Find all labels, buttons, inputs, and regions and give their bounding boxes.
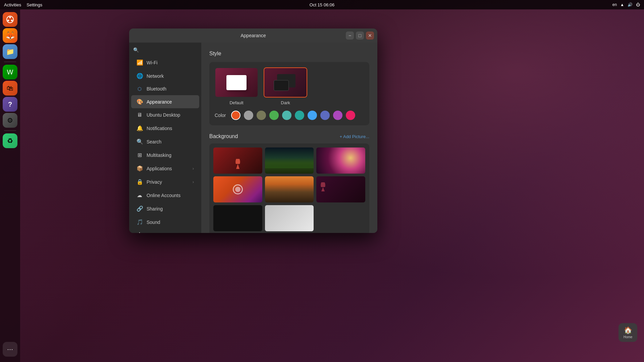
sidebar-item-notifications[interactable]: 🔔 Notifications	[131, 122, 199, 135]
dock-firefox-icon[interactable]: 🦊	[3, 28, 17, 43]
dock-apps-grid-button[interactable]: ⋯	[3, 342, 17, 357]
svg-point-2	[11, 20, 13, 21]
color-swatch-sage[interactable]	[269, 111, 279, 120]
wallpaper-light[interactable]	[265, 205, 314, 231]
sidebar-item-sharing[interactable]: 🔗 Sharing	[131, 202, 199, 215]
home-button[interactable]: 🏠 Home	[619, 323, 637, 342]
dark-preview-boxes	[274, 74, 297, 91]
dock-appstore-icon[interactable]: 🛍	[3, 81, 17, 96]
color-swatch-warm-gray[interactable]	[244, 111, 253, 120]
sidebar-item-bluetooth[interactable]: ⬡ Bluetooth	[131, 83, 199, 95]
wallpaper-deer[interactable]	[213, 147, 262, 174]
wallpaper-container	[209, 143, 369, 233]
sidebar-item-multitasking[interactable]: ⊞ Multitasking	[131, 148, 199, 162]
sidebar-item-search[interactable]: 🔍 Search	[131, 135, 199, 148]
window-titlebar: Appearance − □ ✕	[129, 28, 377, 43]
default-preview-bg	[215, 68, 258, 97]
sidebar-item-power[interactable]: ⏻ Power	[131, 229, 199, 233]
topbar-right: en ▲ 🔊 ⏻	[612, 2, 640, 7]
color-swatch-blue-dark[interactable]	[320, 111, 330, 120]
color-swatch-pink[interactable]	[346, 111, 355, 120]
topbar-network-icon: ▲	[620, 2, 624, 7]
window-body: 🔍 📶 Wi-Fi 🌐 Network ⬡ Bluetooth 🎨 Appear…	[129, 43, 377, 233]
dark-preview-bg	[264, 68, 307, 97]
default-style-label: Default	[229, 100, 243, 105]
dock-libreoffice-icon[interactable]: W	[3, 65, 17, 79]
color-swatch-viridian[interactable]	[295, 111, 304, 120]
sharing-icon: 🔗	[137, 205, 143, 212]
style-options: Default Dark	[215, 67, 364, 105]
style-preview-default	[215, 67, 258, 98]
sidebar-search-bar[interactable]: 🔍	[129, 45, 201, 55]
dock-ubuntu-icon[interactable]	[3, 12, 17, 27]
color-swatch-purple[interactable]	[333, 111, 342, 120]
close-button[interactable]: ✕	[366, 32, 374, 40]
topbar-sound-icon: 🔊	[628, 2, 633, 7]
color-swatch-orange[interactable]	[231, 111, 240, 120]
background-header: Background + Add Picture...	[209, 133, 369, 139]
dock-green-icon[interactable]: ♻	[3, 133, 17, 148]
wallpaper-road[interactable]	[265, 176, 314, 202]
bluetooth-icon: ⬡	[137, 86, 143, 92]
dock-settings-icon[interactable]: ⚙	[3, 113, 17, 128]
wallpaper-moon[interactable]	[316, 147, 365, 174]
sidebar-item-sound[interactable]: 🎵 Sound	[131, 216, 199, 229]
dock-files-icon[interactable]: 📁	[3, 44, 17, 59]
window-title: Appearance	[240, 33, 266, 38]
style-preview-dark	[264, 67, 307, 98]
sidebar-sound-label: Sound	[147, 220, 160, 225]
topbar-lang: en	[612, 2, 617, 7]
activities-button[interactable]: Activities	[4, 2, 21, 7]
color-swatch-olive[interactable]	[282, 111, 291, 120]
background-section-title: Background	[209, 133, 238, 139]
topbar-left: Activities Settings	[4, 2, 42, 7]
sidebar: 🔍 📶 Wi-Fi 🌐 Network ⬡ Bluetooth 🎨 Appear…	[129, 43, 201, 233]
dock-separator-2	[4, 130, 16, 131]
sidebar-item-ubuntu-desktop[interactable]: 🖥 Ubuntu Desktop	[131, 109, 199, 121]
notifications-icon: 🔔	[137, 125, 143, 131]
sidebar-item-appearance[interactable]: 🎨 Appearance	[131, 95, 199, 108]
sidebar-privacy-left: 🔒 Privacy	[137, 179, 162, 185]
sidebar-applications-left: 📦 Applications	[137, 165, 172, 172]
multitasking-icon: ⊞	[137, 152, 143, 158]
ubuntu-gradient-logo	[233, 184, 243, 194]
add-picture-button[interactable]: + Add Picture...	[339, 134, 369, 139]
dock-help-icon[interactable]: ?	[3, 97, 17, 112]
home-icon: 🏠	[624, 326, 632, 334]
sidebar-network-label: Network	[147, 73, 164, 79]
sidebar-online-accounts-label: Online Accounts	[147, 193, 180, 198]
wallpaper-black[interactable]	[213, 205, 262, 231]
topbar-clock: Oct 15 06:06	[310, 2, 334, 7]
sidebar-appearance-label: Appearance	[147, 99, 172, 105]
sidebar-ubuntu-desktop-label: Ubuntu Desktop	[147, 112, 180, 118]
sidebar-item-network[interactable]: 🌐 Network	[131, 69, 199, 82]
minimize-button[interactable]: −	[346, 32, 354, 40]
sound-sidebar-icon: 🎵	[137, 219, 143, 225]
sidebar-item-privacy[interactable]: 🔒 Privacy ›	[131, 175, 199, 188]
wallpaper-ubuntu-gradient[interactable]	[213, 176, 262, 202]
color-row: Color	[215, 111, 364, 120]
sidebar-search-icon: 🔍	[133, 47, 139, 53]
default-preview-box	[226, 75, 247, 90]
wallpaper-landscape[interactable]	[265, 147, 314, 174]
style-option-dark[interactable]: Dark	[264, 67, 307, 105]
color-swatch-blue-light[interactable]	[308, 111, 317, 120]
window-controls: − □ ✕	[346, 32, 374, 40]
dark-box-front	[274, 80, 289, 91]
wallpaper-dark-deer[interactable]	[316, 176, 365, 202]
main-content: Style Default	[201, 43, 377, 233]
color-swatch-bark[interactable]	[257, 111, 266, 120]
svg-point-3	[7, 20, 9, 21]
sidebar-item-wifi[interactable]: 📶 Wi-Fi	[131, 56, 199, 69]
sidebar-sharing-label: Sharing	[147, 206, 163, 212]
style-container: Default Dark	[209, 62, 369, 125]
topbar-settings-label: Settings	[26, 2, 42, 7]
sidebar-item-online-accounts[interactable]: ☁ Online Accounts	[131, 189, 199, 202]
sidebar-multitasking-label: Multitasking	[147, 153, 171, 158]
maximize-button[interactable]: □	[356, 32, 364, 40]
sidebar-search-label: Search	[147, 139, 161, 144]
style-option-default[interactable]: Default	[215, 67, 258, 105]
privacy-icon: 🔒	[137, 179, 143, 185]
sidebar-item-applications[interactable]: 📦 Applications ›	[131, 162, 199, 175]
network-sidebar-icon: 🌐	[137, 73, 143, 79]
